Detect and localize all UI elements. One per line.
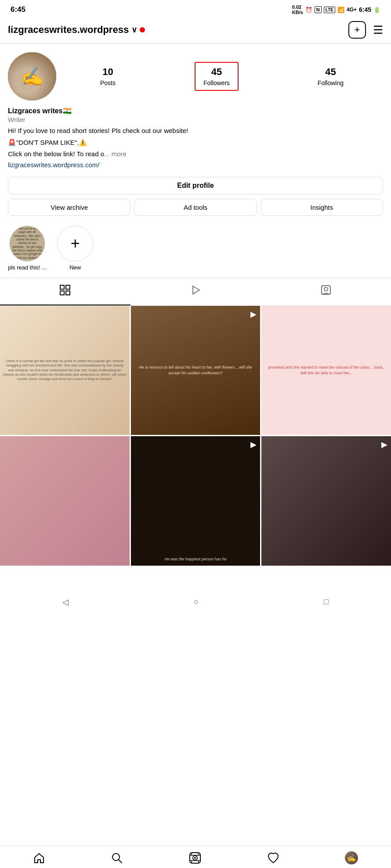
bio-more[interactable]: ... more (104, 150, 127, 158)
posts-label: Posts (100, 79, 116, 86)
ad-tools-button[interactable]: Ad tools (134, 199, 257, 216)
svg-rect-1 (66, 285, 70, 289)
svg-point-15 (198, 854, 199, 855)
nfc-icon: N (315, 6, 322, 13)
profile-category: Writer (8, 116, 383, 123)
plus-icon: + (355, 24, 360, 36)
posts-count: 10 (102, 66, 113, 78)
tab-reels[interactable] (130, 278, 261, 305)
battery-icon: 🔋 (373, 7, 380, 13)
highlight-item-story[interactable]: we are just a small page with 45 followe… (8, 226, 47, 271)
highlight-circle-new[interactable]: + (57, 226, 93, 262)
profile-header: 10 Posts 45 Followers 45 Following (0, 43, 391, 107)
play-icon-2: ▶ (250, 440, 257, 449)
svg-point-6 (324, 287, 328, 291)
status-bar: 6:45 0.02KB/s ⏰ N LTE 📶 4G+ 6:45 🔋 (0, 0, 391, 18)
highlights-section: we are just a small page with 45 followe… (0, 221, 391, 278)
nav-reels-button[interactable] (189, 852, 201, 864)
grid-post-4[interactable] (0, 436, 130, 566)
svg-line-8 (119, 860, 122, 863)
tagged-icon (320, 284, 332, 298)
svg-point-11 (194, 857, 196, 859)
avatar[interactable] (8, 52, 56, 100)
signal-bars: 📶 (337, 7, 344, 13)
view-archive-button[interactable]: View archive (8, 199, 130, 216)
home-button[interactable]: ○ (194, 597, 199, 606)
signal-icon: 0.02KB/s (292, 4, 303, 15)
bio-text-3: Click on the below link! To read o... mo… (8, 149, 383, 159)
top-navigation: lizgraceswrites.wordpress ∨ + ☰ (0, 18, 391, 43)
bio-text-1: Hi! If you love to read short stories! P… (8, 126, 383, 136)
add-post-button[interactable]: + (348, 21, 366, 39)
profile-name: Lizgraces writes🇮🇳 (8, 107, 383, 115)
avatar-image: ✍ (347, 854, 356, 862)
grid-post-3[interactable]: provoked and she wanted to meet the outc… (261, 306, 391, 435)
grid-icon (59, 284, 71, 298)
grid-post-1[interactable]: Chloe is a normal girl but she was so qu… (0, 306, 130, 435)
bio-section: Lizgraces writes🇮🇳 Writer Hi! If you lov… (0, 107, 391, 175)
nav-icons: + ☰ (348, 21, 383, 39)
svg-point-14 (191, 854, 192, 855)
following-count: 45 (325, 66, 336, 78)
reels-icon (190, 284, 201, 298)
insights-button[interactable]: Insights (261, 199, 383, 216)
recents-button[interactable]: □ (324, 597, 329, 606)
edit-profile-button[interactable]: Edit profile (8, 177, 383, 194)
menu-icon: ☰ (373, 23, 383, 36)
secondary-buttons: View archive Ad tools Insights (8, 199, 383, 216)
svg-point-16 (191, 861, 192, 863)
grid-post-5[interactable]: He was the happiest person has he ▶ (131, 436, 261, 566)
content-tabs (0, 278, 391, 306)
svg-point-17 (198, 861, 199, 863)
highlight-circle-story[interactable]: we are just a small page with 45 followe… (9, 226, 45, 262)
svg-marker-4 (193, 286, 199, 294)
profile-link[interactable]: lizgraceswrites.wordpress.com/ (8, 161, 99, 169)
grid-post-6[interactable]: ▶ (261, 436, 391, 566)
battery-percent: 6:45 (359, 6, 371, 13)
svg-rect-2 (60, 291, 64, 295)
status-time: 6:45 (11, 5, 25, 14)
nav-search-button[interactable] (111, 852, 123, 864)
profile-stats: 10 Posts 45 Followers 45 Following (61, 62, 383, 91)
plus-new-icon: + (71, 234, 80, 253)
story-preview: we are just a small page with 45 followe… (10, 226, 45, 261)
nav-profile-button[interactable]: ✍ (345, 851, 358, 864)
followers-stat[interactable]: 45 Followers (195, 62, 239, 91)
status-icons: 0.02KB/s ⏰ N LTE 📶 4G+ 6:45 🔋 (292, 4, 380, 15)
bottom-navigation: ✍ (0, 846, 391, 868)
hamburger-menu-button[interactable]: ☰ (373, 23, 383, 37)
svg-rect-0 (60, 285, 64, 289)
account-username: lizgraceswrites.wordpress (8, 24, 129, 36)
username-area[interactable]: lizgraceswrites.wordpress ∨ (8, 24, 145, 36)
following-stat[interactable]: 45 Following (318, 66, 344, 86)
following-label: Following (318, 79, 344, 86)
followers-label: Followers (203, 79, 230, 86)
play-icon-3: ▶ (381, 440, 387, 449)
system-navigation: ◁ ○ □ (0, 592, 391, 613)
bio-text-2: 🚨"DON'T SPAM LIKE".⚠️ (8, 138, 383, 148)
notification-dot (140, 27, 145, 32)
play-icon: ▶ (250, 309, 257, 319)
chevron-down-icon[interactable]: ∨ (131, 25, 137, 35)
tab-grid[interactable] (0, 278, 130, 305)
back-button[interactable]: ◁ (62, 597, 69, 607)
lte-icon: LTE (324, 7, 335, 13)
highlight-item-new[interactable]: + New (57, 226, 93, 271)
highlight-label-new: New (69, 264, 81, 271)
network-icon: 4G+ (347, 7, 357, 13)
svg-rect-3 (66, 291, 70, 295)
posts-stat[interactable]: 10 Posts (100, 66, 116, 86)
nav-activity-button[interactable] (267, 852, 279, 864)
profile-avatar-nav: ✍ (345, 851, 358, 864)
alarm-icon: ⏰ (305, 7, 312, 13)
tab-tagged[interactable] (261, 278, 391, 305)
followers-count: 45 (211, 66, 222, 78)
highlight-label-story: pls read this! ... (8, 264, 47, 271)
posts-grid: Chloe is a normal girl but she was so qu… (0, 306, 391, 566)
nav-home-button[interactable] (33, 852, 45, 864)
action-buttons: Edit profile View archive Ad tools Insig… (0, 175, 391, 221)
grid-post-2[interactable]: He is nervous to tell about his heart to… (131, 306, 261, 435)
